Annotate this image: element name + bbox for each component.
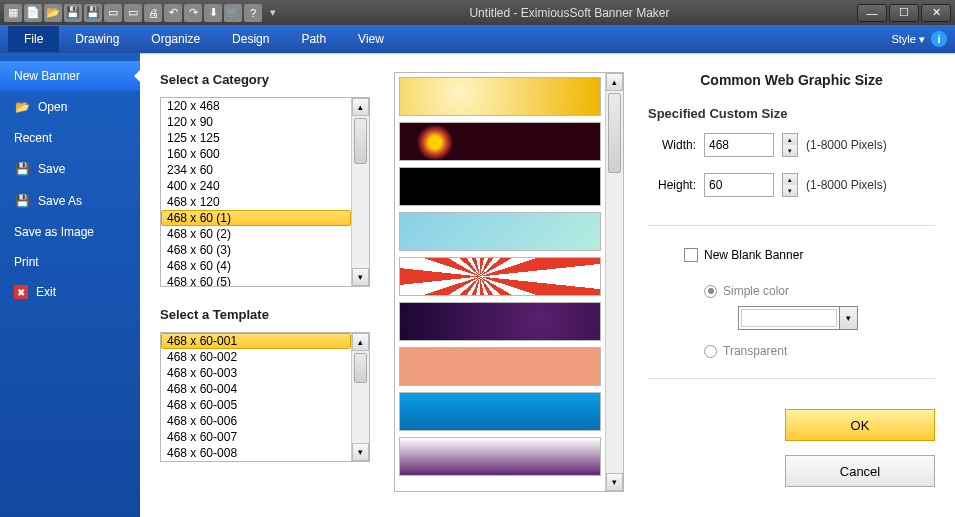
width-spinner[interactable]: ▴ ▾ <box>782 133 798 157</box>
qa-icon[interactable]: ? <box>244 4 262 22</box>
list-item[interactable]: 468 x 60-004 <box>161 381 351 397</box>
height-spinner[interactable]: ▴ ▾ <box>782 173 798 197</box>
transparent-radio[interactable]: Transparent <box>704 344 935 358</box>
qa-icon[interactable]: ⬇ <box>204 4 222 22</box>
info-icon[interactable]: i <box>931 31 947 47</box>
scrollbar[interactable]: ▴ ▾ <box>351 333 369 461</box>
sidebar-item-recent[interactable]: Recent <box>0 123 140 153</box>
radio-icon[interactable] <box>704 285 717 298</box>
minimize-button[interactable]: — <box>857 4 887 22</box>
list-item[interactable]: 400 x 240 <box>161 178 351 194</box>
sidebar-item-exit[interactable]: ✖ Exit <box>0 277 140 307</box>
menu-view[interactable]: View <box>342 26 400 52</box>
sidebar-item-print[interactable]: Print <box>0 247 140 277</box>
cancel-button[interactable]: Cancel <box>785 455 935 487</box>
qa-icon[interactable]: ▭ <box>104 4 122 22</box>
sidebar-item-save-as[interactable]: 💾 Save As <box>0 185 140 217</box>
height-input[interactable] <box>704 173 774 197</box>
sidebar-item-save[interactable]: 💾 Save <box>0 153 140 185</box>
qa-icon[interactable]: 🖨 <box>144 4 162 22</box>
sidebar-item-open[interactable]: 📂 Open <box>0 91 140 123</box>
list-item[interactable]: 468 x 60-005 <box>161 397 351 413</box>
scroll-thumb[interactable] <box>354 353 367 383</box>
list-item[interactable]: 125 x 125 <box>161 130 351 146</box>
list-item[interactable]: 468 x 60 (2) <box>161 226 351 242</box>
list-item[interactable]: 468 x 60 (1) <box>161 210 351 226</box>
spin-down-icon[interactable]: ▾ <box>783 145 797 156</box>
sidebar-item-label: New Banner <box>14 69 80 83</box>
template-thumbnail[interactable] <box>399 437 601 476</box>
list-item[interactable]: 234 x 60 <box>161 162 351 178</box>
scroll-up-icon[interactable]: ▴ <box>606 73 623 91</box>
spin-up-icon[interactable]: ▴ <box>783 134 797 145</box>
template-thumbnail[interactable] <box>399 392 601 431</box>
list-item[interactable]: 468 x 60-002 <box>161 349 351 365</box>
template-label: Select a Template <box>160 307 370 322</box>
scroll-down-icon[interactable]: ▾ <box>352 443 369 461</box>
radio-icon[interactable] <box>704 345 717 358</box>
simple-color-radio[interactable]: Simple color <box>704 284 935 298</box>
list-item[interactable]: 468 x 60-001 <box>161 333 351 349</box>
list-item[interactable]: 468 x 60-006 <box>161 413 351 429</box>
list-item[interactable]: 160 x 600 <box>161 146 351 162</box>
qa-icon[interactable]: 💾 <box>84 4 102 22</box>
qa-dropdown-icon[interactable]: ▾ <box>264 4 282 22</box>
scroll-thumb[interactable] <box>354 118 367 164</box>
spin-up-icon[interactable]: ▴ <box>783 174 797 185</box>
list-item[interactable]: 468 x 120 <box>161 194 351 210</box>
list-item[interactable]: 468 x 60 (4) <box>161 258 351 274</box>
list-item[interactable]: 468 x 60-003 <box>161 365 351 381</box>
width-input[interactable] <box>704 133 774 157</box>
list-item[interactable]: 120 x 468 <box>161 98 351 114</box>
qa-icon[interactable]: 🛒 <box>224 4 242 22</box>
template-thumbnail[interactable] <box>399 77 601 116</box>
menu-path[interactable]: Path <box>285 26 342 52</box>
style-dropdown[interactable]: Style ▾ <box>891 33 925 46</box>
qa-icon[interactable]: 📂 <box>44 4 62 22</box>
list-item[interactable]: 468 x 60 (5) <box>161 274 351 286</box>
qa-icon[interactable]: 💾 <box>64 4 82 22</box>
scrollbar[interactable]: ▴ ▾ <box>605 73 623 491</box>
template-thumbnail[interactable] <box>399 302 601 341</box>
scroll-thumb[interactable] <box>608 93 621 173</box>
menu-design[interactable]: Design <box>216 26 285 52</box>
blank-banner-checkbox[interactable]: New Blank Banner <box>684 248 935 262</box>
color-combobox[interactable]: ▾ <box>738 306 858 330</box>
chevron-down-icon[interactable]: ▾ <box>839 307 857 329</box>
qa-icon[interactable]: 📄 <box>24 4 42 22</box>
color-swatch <box>741 309 837 327</box>
scroll-up-icon[interactable]: ▴ <box>352 98 369 116</box>
sidebar-item-label: Save As <box>38 194 82 208</box>
menu-drawing[interactable]: Drawing <box>59 26 135 52</box>
template-thumbnail[interactable] <box>399 212 601 251</box>
qa-icon[interactable]: ↷ <box>184 4 202 22</box>
list-item[interactable]: 468 x 60-007 <box>161 429 351 445</box>
sidebar-item-save-image[interactable]: Save as Image <box>0 217 140 247</box>
sidebar-item-new-banner[interactable]: New Banner <box>0 61 140 91</box>
qa-icon[interactable]: ▭ <box>124 4 142 22</box>
list-item[interactable]: 120 x 90 <box>161 114 351 130</box>
category-listbox[interactable]: 120 x 468120 x 90125 x 125160 x 600234 x… <box>160 97 370 287</box>
qa-icon[interactable]: ▦ <box>4 4 22 22</box>
spin-down-icon[interactable]: ▾ <box>783 185 797 196</box>
template-thumbnail[interactable] <box>399 347 601 386</box>
list-item[interactable]: 468 x 60 (3) <box>161 242 351 258</box>
menu-file[interactable]: File <box>8 26 59 52</box>
template-thumbnail[interactable] <box>399 257 601 296</box>
scroll-up-icon[interactable]: ▴ <box>352 333 369 351</box>
checkbox-icon[interactable] <box>684 248 698 262</box>
list-item[interactable]: 468 x 60-008 <box>161 445 351 461</box>
template-thumbnail[interactable] <box>399 122 601 161</box>
template-thumbnail[interactable] <box>399 167 601 206</box>
sidebar-item-label: Open <box>38 100 67 114</box>
scroll-down-icon[interactable]: ▾ <box>352 268 369 286</box>
template-preview-list[interactable]: ▴ ▾ <box>394 72 624 492</box>
close-button[interactable]: ✕ <box>921 4 951 22</box>
template-listbox[interactable]: 468 x 60-001468 x 60-002468 x 60-003468 … <box>160 332 370 462</box>
scrollbar[interactable]: ▴ ▾ <box>351 98 369 286</box>
menu-organize[interactable]: Organize <box>135 26 216 52</box>
qa-icon[interactable]: ↶ <box>164 4 182 22</box>
scroll-down-icon[interactable]: ▾ <box>606 473 623 491</box>
maximize-button[interactable]: ☐ <box>889 4 919 22</box>
ok-button[interactable]: OK <box>785 409 935 441</box>
